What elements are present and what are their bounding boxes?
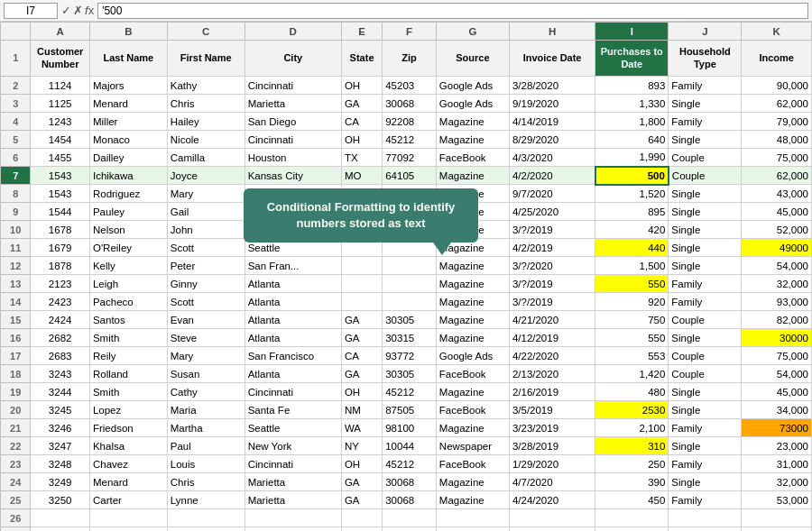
empty-cell[interactable]: [383, 527, 437, 532]
cell-D-22[interactable]: New York: [245, 437, 341, 455]
row-num-8[interactable]: 8: [1, 185, 31, 203]
row-num-25[interactable]: 25: [1, 491, 31, 509]
cell-I-5[interactable]: 640: [595, 131, 669, 149]
cell-D-25[interactable]: Marietta: [245, 491, 341, 509]
cell-G-5[interactable]: Magazine: [436, 131, 509, 149]
cell-C-20[interactable]: Maria: [167, 401, 245, 419]
cell-E-3[interactable]: GA: [341, 95, 382, 113]
cell-K-19[interactable]: 45,000: [742, 383, 812, 401]
cell-B-21[interactable]: Friedson: [89, 419, 167, 437]
cell-H-6[interactable]: 4/3/2020: [509, 149, 595, 167]
cell-H-2[interactable]: 3/28/2020: [509, 77, 595, 95]
cell-K-14[interactable]: 93,000: [742, 293, 812, 311]
cell-A-12[interactable]: 1878: [31, 257, 90, 275]
cell-J-14[interactable]: Family: [669, 293, 742, 311]
cell-J-20[interactable]: Single: [669, 401, 742, 419]
cell-J-17[interactable]: Couple: [669, 347, 742, 365]
cell-I-25[interactable]: 450: [595, 491, 669, 509]
cell-H-14[interactable]: 3/?/2019: [509, 293, 595, 311]
cell-C-18[interactable]: Susan: [167, 365, 245, 383]
cell-B-13[interactable]: Leigh: [89, 275, 167, 293]
cell-H-10[interactable]: 3/?/2019: [509, 221, 595, 239]
cell-K-20[interactable]: 34,000: [742, 401, 812, 419]
cell-J-10[interactable]: Single: [669, 221, 742, 239]
cell-C-24[interactable]: Chris: [167, 473, 245, 491]
row-num-19[interactable]: 19: [1, 383, 31, 401]
empty-cell[interactable]: [89, 509, 167, 527]
col-J[interactable]: J: [669, 23, 742, 41]
cell-K-5[interactable]: 48,000: [742, 131, 812, 149]
cell-K-18[interactable]: 54,000: [742, 365, 812, 383]
cell-K-21[interactable]: 73000: [742, 419, 812, 437]
cell-B-12[interactable]: Kelly: [89, 257, 167, 275]
empty-cell[interactable]: [669, 509, 742, 527]
cell-B-14[interactable]: Pacheco: [89, 293, 167, 311]
cell-B-20[interactable]: Lopez: [89, 401, 167, 419]
formula-input[interactable]: '500: [97, 3, 808, 19]
cell-D-16[interactable]: Atlanta: [245, 329, 341, 347]
cell-J-7[interactable]: Couple: [669, 167, 742, 185]
cell-J-8[interactable]: Single: [669, 185, 742, 203]
cell-F-20[interactable]: 87505: [383, 401, 437, 419]
cell-E-12[interactable]: [341, 257, 382, 275]
cell-H-8[interactable]: 9/7/2020: [509, 185, 595, 203]
row-num-24[interactable]: 24: [1, 473, 31, 491]
cell-E-19[interactable]: OH: [341, 383, 382, 401]
cell-F-5[interactable]: 45212: [383, 131, 437, 149]
cell-F-2[interactable]: 45203: [383, 77, 437, 95]
cell-G-2[interactable]: Google Ads: [436, 77, 509, 95]
row-num-4[interactable]: 4: [1, 113, 31, 131]
cell-E-25[interactable]: GA: [341, 491, 382, 509]
cell-G-15[interactable]: Magazine: [436, 311, 509, 329]
empty-cell[interactable]: [436, 527, 509, 532]
cell-J-12[interactable]: Single: [669, 257, 742, 275]
cell-G-4[interactable]: Magazine: [436, 113, 509, 131]
col-A[interactable]: A: [31, 23, 90, 41]
cell-F-6[interactable]: 77092: [383, 149, 437, 167]
cell-H-4[interactable]: 4/14/2019: [509, 113, 595, 131]
cell-F-23[interactable]: 45212: [383, 455, 437, 473]
cell-K-13[interactable]: 32,000: [742, 275, 812, 293]
cell-C-13[interactable]: Ginny: [167, 275, 245, 293]
cell-B-17[interactable]: Reily: [89, 347, 167, 365]
cell-E-18[interactable]: GA: [341, 365, 382, 383]
cell-I-23[interactable]: 250: [595, 455, 669, 473]
cell-C-16[interactable]: Steve: [167, 329, 245, 347]
empty-cell[interactable]: [383, 509, 437, 527]
cell-K-24[interactable]: 32,000: [742, 473, 812, 491]
cell-D-18[interactable]: Atlanta: [245, 365, 341, 383]
cell-D-17[interactable]: San Francisco: [245, 347, 341, 365]
cell-G-19[interactable]: Magazine: [436, 383, 509, 401]
cell-J-9[interactable]: Single: [669, 203, 742, 221]
cell-F-21[interactable]: 98100: [383, 419, 437, 437]
cell-E-5[interactable]: OH: [341, 131, 382, 149]
cell-I-17[interactable]: 553: [595, 347, 669, 365]
row-num-11[interactable]: 11: [1, 239, 31, 257]
cell-J-16[interactable]: Single: [669, 329, 742, 347]
cell-K-2[interactable]: 90,000: [742, 77, 812, 95]
row-num-2[interactable]: 2: [1, 77, 31, 95]
cell-C-3[interactable]: Chris: [167, 95, 245, 113]
cell-I-4[interactable]: 1,800: [595, 113, 669, 131]
cell-F-24[interactable]: 30068: [383, 473, 437, 491]
cell-K-23[interactable]: 31,000: [742, 455, 812, 473]
cell-E-21[interactable]: WA: [341, 419, 382, 437]
cell-J-25[interactable]: Family: [669, 491, 742, 509]
cell-A-4[interactable]: 1243: [31, 113, 90, 131]
cell-K-6[interactable]: 75,000: [742, 149, 812, 167]
empty-cell[interactable]: [509, 527, 595, 532]
cell-A-16[interactable]: 2682: [31, 329, 90, 347]
cell-H-24[interactable]: 4/7/2020: [509, 473, 595, 491]
cell-D-13[interactable]: Atlanta: [245, 275, 341, 293]
cell-G-17[interactable]: Google Ads: [436, 347, 509, 365]
cell-D-20[interactable]: Santa Fe: [245, 401, 341, 419]
cell-B-3[interactable]: Menard: [89, 95, 167, 113]
cell-H-7[interactable]: 4/2/2020: [509, 167, 595, 185]
cell-E-15[interactable]: GA: [341, 311, 382, 329]
cell-G-16[interactable]: Magazine: [436, 329, 509, 347]
cell-G-14[interactable]: Magazine: [436, 293, 509, 311]
cell-I-18[interactable]: 1,420: [595, 365, 669, 383]
cell-I-14[interactable]: 920: [595, 293, 669, 311]
cell-A-8[interactable]: 1543: [31, 185, 90, 203]
cell-E-22[interactable]: NY: [341, 437, 382, 455]
